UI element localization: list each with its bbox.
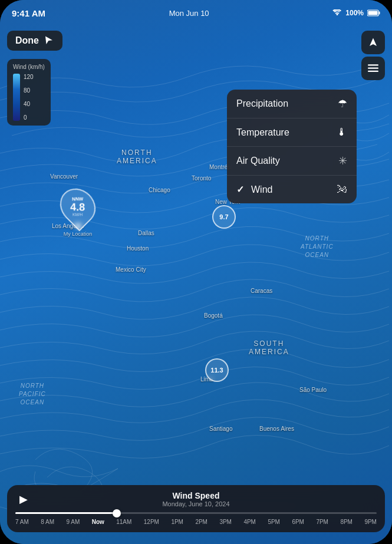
location-arrow-icon xyxy=(368,37,378,48)
time-label-9am: 9 AM xyxy=(66,519,80,525)
done-label: Done xyxy=(15,35,39,46)
timeline-labels: 7 AM 8 AM 9 AM Now 11AM 12PM 1PM 2PM 3PM… xyxy=(15,519,377,525)
timeline-header: ▶ Wind Speed Monday, June 10, 2024 xyxy=(15,491,377,507)
status-right: 100% xyxy=(332,9,380,17)
temperature-icon: 🌡 xyxy=(337,126,347,139)
layer-item-wind[interactable]: ✓ Wind 🌬 xyxy=(227,176,357,203)
wind-icon: 🌬 xyxy=(337,183,347,196)
status-time: 9:41 AM xyxy=(12,8,45,18)
layer-item-temperature[interactable]: Temperature 🌡 xyxy=(227,118,357,147)
temperature-label: Temperature xyxy=(236,127,289,138)
legend-gradient xyxy=(13,74,20,121)
timeline-slider[interactable] xyxy=(15,512,377,514)
list-icon xyxy=(368,64,378,72)
svg-rect-2 xyxy=(368,11,377,15)
wifi-icon xyxy=(332,9,342,17)
timeline-progress xyxy=(15,512,117,514)
legend-value-80: 80 xyxy=(24,87,34,94)
play-icon: ▶ xyxy=(19,493,28,506)
air-quality-label: Air Quality xyxy=(236,156,280,166)
wind-label: Wind xyxy=(251,184,272,195)
play-button[interactable]: ▶ xyxy=(15,491,32,507)
svg-rect-3 xyxy=(368,64,378,65)
legend-value-120: 120 xyxy=(24,74,34,80)
legend-value-0: 0 xyxy=(24,114,34,121)
time-label-7am: 7 AM xyxy=(15,519,29,525)
precipitation-label: Precipitation xyxy=(236,98,288,109)
timeline-thumb xyxy=(113,509,121,517)
timeline-title: Wind Speed xyxy=(162,491,229,500)
time-label-7pm: 7PM xyxy=(316,519,328,525)
time-label-1pm: 1PM xyxy=(171,519,183,525)
battery-icon xyxy=(367,9,380,17)
cursor-icon xyxy=(44,35,54,46)
layer-menu: Precipitation ☂ Temperature 🌡 Air Qualit… xyxy=(227,90,357,203)
top-controls: Done xyxy=(0,26,392,85)
time-label-2pm: 2PM xyxy=(195,519,207,525)
legend-bar: 120 80 40 0 xyxy=(13,74,45,121)
device-frame: 9:41 AM Mon Jun 10 100% Done xyxy=(0,0,392,544)
legend-value-40: 40 xyxy=(24,101,34,107)
time-label-4pm: 4PM xyxy=(243,519,256,525)
time-label-6pm: 6PM xyxy=(292,519,304,525)
time-label-5pm: 5PM xyxy=(268,519,280,525)
location-button[interactable] xyxy=(361,31,385,54)
svg-rect-4 xyxy=(368,68,378,69)
air-quality-icon: ✳ xyxy=(338,154,347,167)
wind-legend: Wind (km/h) 120 80 40 0 xyxy=(7,59,51,126)
layers-button[interactable] xyxy=(361,57,385,80)
time-label-12pm: 12PM xyxy=(144,519,159,525)
time-label-11am: 11AM xyxy=(116,519,131,525)
layer-item-precipitation[interactable]: Precipitation ☂ xyxy=(227,90,357,118)
time-label-now: Now xyxy=(92,519,104,525)
battery-level: 100% xyxy=(345,9,364,17)
legend-title: Wind (km/h) xyxy=(13,64,45,70)
timeline-bar: ▶ Wind Speed Monday, June 10, 2024 7 AM … xyxy=(7,485,385,532)
wind-item-left: ✓ Wind xyxy=(236,184,272,195)
time-label-8am: 8 AM xyxy=(41,519,54,525)
status-date: Mon Jun 10 xyxy=(169,9,209,18)
precipitation-icon: ☂ xyxy=(338,97,347,110)
time-label-8pm: 8PM xyxy=(340,519,353,525)
legend-labels: 120 80 40 0 xyxy=(24,74,34,121)
timeline-info: Wind Speed Monday, June 10, 2024 xyxy=(162,491,229,507)
timeline-date: Monday, June 10, 2024 xyxy=(162,500,229,507)
right-top-buttons xyxy=(361,31,385,80)
layer-item-air-quality[interactable]: Air Quality ✳ xyxy=(227,147,357,176)
svg-rect-5 xyxy=(368,71,378,72)
done-button[interactable]: Done xyxy=(7,31,62,51)
timeline-track xyxy=(15,512,377,514)
svg-rect-1 xyxy=(378,12,380,15)
wind-checkmark: ✓ xyxy=(236,184,244,195)
time-label-9pm: 9PM xyxy=(364,519,377,525)
status-bar: 9:41 AM Mon Jun 10 100% xyxy=(0,0,392,26)
time-label-3pm: 3PM xyxy=(219,519,232,525)
